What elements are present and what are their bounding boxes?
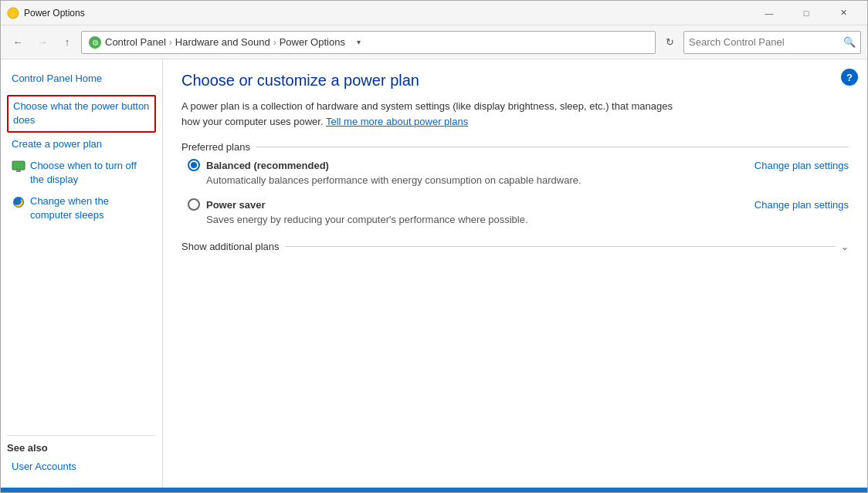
- choose-power-button-label: Choose what the power button does: [13, 100, 150, 127]
- sidebar-item-computer-sleeps[interactable]: 🌙 Change when the computer sleeps: [7, 191, 156, 225]
- window-title: Power Options: [24, 8, 751, 19]
- search-input[interactable]: [689, 36, 840, 48]
- breadcrumb: Control Panel › Hardware and Sound › Pow…: [105, 36, 345, 48]
- breadcrumb-power-options[interactable]: Power Options: [280, 36, 345, 48]
- user-accounts-label: User Accounts: [12, 460, 76, 474]
- address-bar: ⚙ Control Panel › Hardware and Sound › P…: [81, 31, 656, 54]
- plan-row-power-saver: Power saver Change plan settings: [188, 198, 849, 211]
- preferred-plans-label: Preferred plans: [181, 141, 250, 153]
- power-options-window: ⚡ Power Options — □ ✕ ← → ↑ ⚙ Control Pa…: [0, 0, 868, 493]
- plan-row-balanced: Balanced (recommended) Change plan setti…: [188, 159, 849, 171]
- search-icon: 🔍: [843, 36, 856, 48]
- sidebar-bottom: See also User Accounts: [7, 435, 156, 478]
- svg-text:⚙: ⚙: [92, 39, 99, 47]
- minimize-button[interactable]: —: [751, 1, 787, 25]
- sidebar-top: Control Panel Home Choose what the power…: [7, 69, 156, 228]
- window-icon: ⚡: [7, 7, 19, 19]
- help-icon-text: ?: [846, 72, 853, 83]
- taskbar-strip: [1, 488, 867, 492]
- close-button[interactable]: ✕: [826, 1, 861, 25]
- preferred-plans-header: Preferred plans: [181, 141, 849, 153]
- window-controls: — □ ✕: [751, 1, 861, 25]
- content-area: ? Choose or customize a power plan A pow…: [163, 59, 867, 488]
- up-button[interactable]: ↑: [56, 32, 78, 53]
- sleep-icon: 🌙: [12, 195, 25, 209]
- sidebar-item-user-accounts[interactable]: User Accounts: [7, 457, 156, 477]
- description-line1: A power plan is a collection of hardware…: [181, 100, 673, 112]
- learn-more-link[interactable]: Tell me more about power plans: [326, 116, 468, 127]
- svg-text:🌙: 🌙: [14, 198, 24, 208]
- sidebar-item-create-power-plan[interactable]: Create a power plan: [7, 134, 156, 154]
- plan-label-row-balanced: Balanced (recommended): [188, 159, 329, 171]
- refresh-button[interactable]: ↻: [659, 32, 680, 53]
- breadcrumb-icon: ⚙: [88, 35, 102, 49]
- svg-rect-5: [16, 170, 21, 172]
- maximize-button[interactable]: □: [788, 1, 824, 25]
- additional-plans-line: [285, 246, 835, 247]
- title-bar: ⚡ Power Options — □ ✕: [1, 1, 867, 25]
- preferred-plans-divider: [256, 147, 849, 147]
- breadcrumb-hardware-sound[interactable]: Hardware and Sound: [175, 36, 270, 48]
- additional-plans-label: Show additional plans: [181, 241, 279, 252]
- navigation-bar: ← → ↑ ⚙ Control Panel › Hardware and Sou…: [1, 25, 867, 59]
- plan-desc-balanced: Automatically balances performance with …: [206, 174, 849, 186]
- radio-power-saver[interactable]: [188, 198, 200, 211]
- plan-desc-power-saver: Saves energy by reducing your computer's…: [206, 214, 849, 225]
- monitor-icon: [12, 160, 25, 174]
- sidebar-item-choose-power-button[interactable]: Choose what the power button does: [7, 95, 156, 132]
- additional-plans-row[interactable]: Show additional plans ⌄: [181, 241, 849, 252]
- plan-item-balanced: Balanced (recommended) Change plan setti…: [188, 159, 849, 186]
- change-plan-settings-balanced[interactable]: Change plan settings: [754, 160, 849, 171]
- create-power-plan-label: Create a power plan: [12, 137, 102, 151]
- plan-item-power-saver: Power saver Change plan settings Saves e…: [188, 198, 849, 225]
- description-line2: how your computer uses power.: [181, 116, 324, 127]
- sidebar-item-turn-off-display[interactable]: Choose when to turn off the display: [7, 156, 156, 190]
- svg-text:⚡: ⚡: [9, 9, 19, 19]
- radio-balanced[interactable]: [188, 159, 200, 171]
- breadcrumb-control-panel[interactable]: Control Panel: [105, 36, 166, 48]
- back-button[interactable]: ←: [7, 32, 29, 53]
- change-plan-settings-power-saver[interactable]: Change plan settings: [754, 199, 849, 211]
- computer-sleeps-label: Change when the computer sleeps: [30, 194, 151, 222]
- page-description-1: A power plan is a collection of hardware…: [181, 99, 849, 129]
- page-title: Choose or customize a power plan: [181, 72, 849, 89]
- svg-rect-4: [12, 161, 25, 170]
- chevron-down-icon: ⌄: [841, 241, 849, 252]
- help-button[interactable]: ?: [841, 69, 858, 86]
- forward-button[interactable]: →: [32, 32, 53, 53]
- plan-label-row-power-saver: Power saver: [188, 198, 266, 211]
- control-panel-home-label: Control Panel Home: [12, 72, 102, 86]
- sidebar-item-control-panel-home[interactable]: Control Panel Home: [7, 69, 156, 89]
- see-also-label: See also: [7, 442, 156, 454]
- address-dropdown-button[interactable]: ▾: [351, 32, 367, 53]
- search-box: 🔍: [683, 31, 861, 54]
- plan-name-balanced: Balanced (recommended): [206, 160, 329, 171]
- sidebar: Control Panel Home Choose what the power…: [1, 59, 163, 488]
- plan-name-power-saver: Power saver: [206, 199, 266, 211]
- main-layout: Control Panel Home Choose what the power…: [1, 59, 867, 488]
- turn-off-display-label: Choose when to turn off the display: [30, 159, 151, 187]
